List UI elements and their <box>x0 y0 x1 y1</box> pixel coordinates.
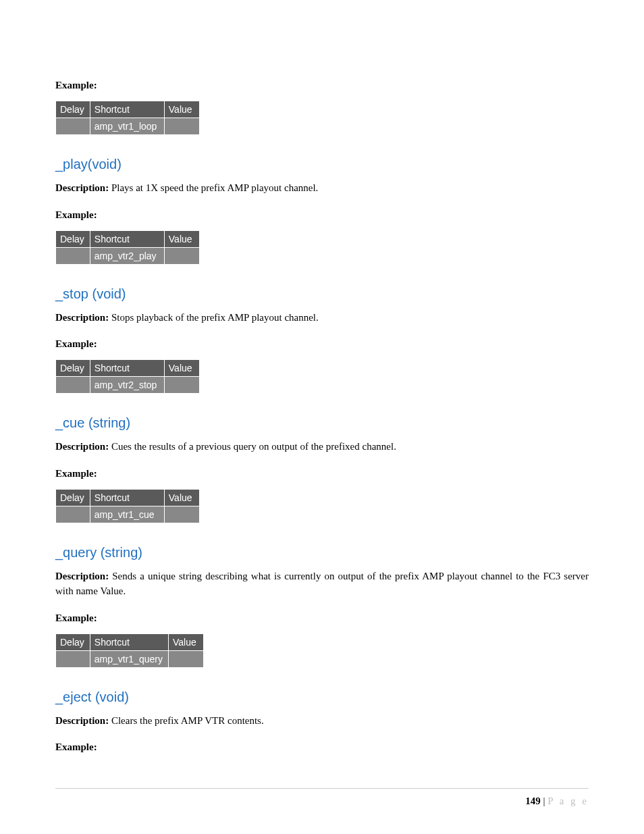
cell-delay <box>56 118 90 135</box>
col-header-value: Value <box>168 633 203 650</box>
description-text: Sends a unique string describing what is… <box>55 571 589 597</box>
section-heading-play: _play(void) <box>55 157 589 172</box>
cell-delay <box>56 506 90 523</box>
description-stop: Description: Stops playback of the prefi… <box>55 310 589 325</box>
section-heading-stop: _stop (void) <box>55 286 589 302</box>
col-header-shortcut: Shortcut <box>90 360 164 377</box>
col-header-delay: Delay <box>56 633 90 650</box>
footer-separator: | <box>541 796 548 806</box>
col-header-shortcut: Shortcut <box>90 101 164 118</box>
col-header-shortcut: Shortcut <box>90 633 168 650</box>
footer-page-word: P a g e <box>547 796 589 806</box>
description-text: Cues the results of a previous query on … <box>111 441 396 452</box>
description-play: Description: Plays at 1X speed the prefi… <box>55 180 589 196</box>
table-header-row: Delay Shortcut Value <box>56 360 200 377</box>
shortcut-table: Delay Shortcut Value amp_vtr1_query <box>55 633 204 668</box>
description-label: Description: <box>55 441 111 452</box>
description-label: Description: <box>55 571 112 581</box>
col-header-delay: Delay <box>56 101 90 118</box>
cell-shortcut: amp_vtr1_cue <box>90 506 164 523</box>
table-header-row: Delay Shortcut Value <box>56 489 200 506</box>
table-row: amp_vtr1_cue <box>56 506 200 523</box>
description-label: Description: <box>55 715 111 726</box>
example-label: Example: <box>55 613 589 624</box>
table-header-row: Delay Shortcut Value <box>56 633 204 650</box>
table-row: amp_vtr2_play <box>56 247 200 264</box>
cell-shortcut: amp_vtr1_query <box>90 650 168 667</box>
col-header-value: Value <box>164 360 199 377</box>
cell-value <box>168 650 203 667</box>
table-row: amp_vtr1_loop <box>56 118 200 135</box>
cell-delay <box>56 650 90 667</box>
example-label: Example: <box>55 209 589 221</box>
description-text: Stops playback of the prefix AMP playout… <box>111 312 319 323</box>
description-label: Description: <box>55 312 111 323</box>
description-text: Clears the prefix AMP VTR contents. <box>111 715 264 726</box>
description-cue: Description: Cues the results of a previ… <box>55 439 589 454</box>
col-header-delay: Delay <box>56 489 90 506</box>
cell-shortcut: amp_vtr1_loop <box>90 118 164 135</box>
description-eject: Description: Clears the prefix AMP VTR c… <box>55 713 589 729</box>
col-header-value: Value <box>164 489 199 506</box>
table-row: amp_vtr2_stop <box>56 377 200 394</box>
example-label: Example: <box>55 80 589 91</box>
description-label: Description: <box>55 182 111 193</box>
shortcut-table: Delay Shortcut Value amp_vtr1_cue <box>55 489 200 523</box>
section-heading-eject: _eject (void) <box>55 689 589 705</box>
cell-value <box>164 506 199 523</box>
table-header-row: Delay Shortcut Value <box>56 230 200 247</box>
cell-value <box>164 118 199 135</box>
cell-shortcut: amp_vtr2_stop <box>90 377 164 394</box>
example-label: Example: <box>55 741 589 753</box>
section-heading-cue: _cue (string) <box>55 415 589 431</box>
col-header-value: Value <box>164 230 199 247</box>
col-header-value: Value <box>164 101 199 118</box>
page-footer: 149 | P a g e <box>55 788 589 807</box>
page-content: Example: Delay Shortcut Value amp_vtr1_l… <box>0 0 644 789</box>
example-label: Example: <box>55 338 589 350</box>
shortcut-table: Delay Shortcut Value amp_vtr2_play <box>55 230 200 265</box>
cell-value <box>164 247 199 264</box>
example-label: Example: <box>55 468 589 479</box>
description-query: Description: Sends a unique string descr… <box>55 569 589 599</box>
shortcut-table: Delay Shortcut Value amp_vtr1_loop <box>55 101 200 135</box>
footer-page-number: 149 <box>525 796 541 806</box>
col-header-delay: Delay <box>56 230 90 247</box>
col-header-delay: Delay <box>56 360 90 377</box>
table-header-row: Delay Shortcut Value <box>56 101 200 118</box>
cell-delay <box>56 377 90 394</box>
col-header-shortcut: Shortcut <box>90 489 164 506</box>
col-header-shortcut: Shortcut <box>90 230 164 247</box>
section-heading-query: _query (string) <box>55 545 589 561</box>
cell-value <box>164 377 199 394</box>
table-row: amp_vtr1_query <box>56 650 204 667</box>
cell-delay <box>56 247 90 264</box>
cell-shortcut: amp_vtr2_play <box>90 247 164 264</box>
shortcut-table: Delay Shortcut Value amp_vtr2_stop <box>55 359 200 394</box>
description-text: Plays at 1X speed the prefix AMP playout… <box>111 182 318 193</box>
